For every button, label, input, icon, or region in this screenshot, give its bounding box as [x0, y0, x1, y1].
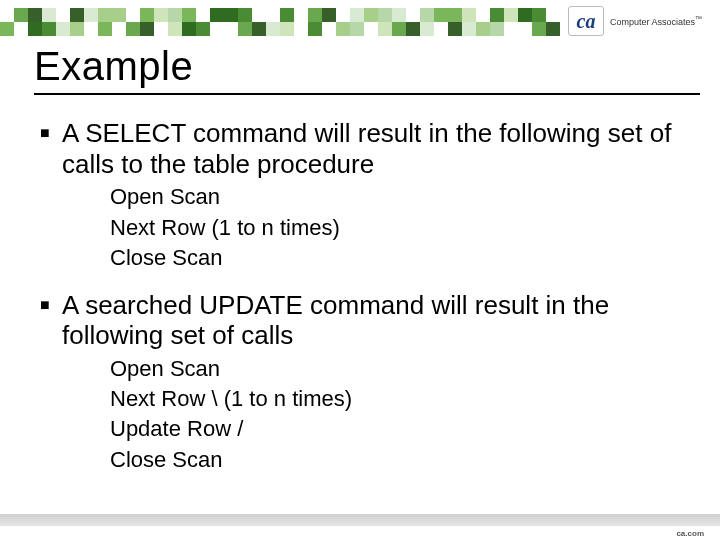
bullet-marker-icon: ■: [40, 290, 62, 315]
bullet-item: ■ A searched UPDATE command will result …: [40, 290, 690, 351]
bullet-text: A SELECT command will result in the foll…: [62, 118, 690, 179]
sub-item: Close Scan: [110, 244, 690, 272]
brand-logo: ca Computer Associates™: [568, 6, 702, 36]
sub-item: Update Row /: [110, 415, 690, 443]
sub-item: Open Scan: [110, 355, 690, 383]
bullet-item: ■ A SELECT command will result in the fo…: [40, 118, 690, 179]
sub-item: Next Row \ (1 to n times): [110, 385, 690, 413]
footer-text: ca.com: [676, 529, 704, 538]
sub-item: Open Scan: [110, 183, 690, 211]
slide-title: Example: [34, 44, 700, 95]
brand-mark: ca: [568, 6, 604, 36]
sub-item: Close Scan: [110, 446, 690, 474]
bullet-text: A searched UPDATE command will result in…: [62, 290, 690, 351]
footer-bar: [0, 514, 720, 526]
brand-tm: ™: [695, 15, 702, 22]
bullet-marker-icon: ■: [40, 118, 62, 143]
slide-body: ■ A SELECT command will result in the fo…: [40, 118, 690, 476]
brand-name: Computer Associates™: [610, 15, 702, 27]
sub-item: Next Row (1 to n times): [110, 214, 690, 242]
brand-name-text: Computer Associates: [610, 17, 695, 27]
